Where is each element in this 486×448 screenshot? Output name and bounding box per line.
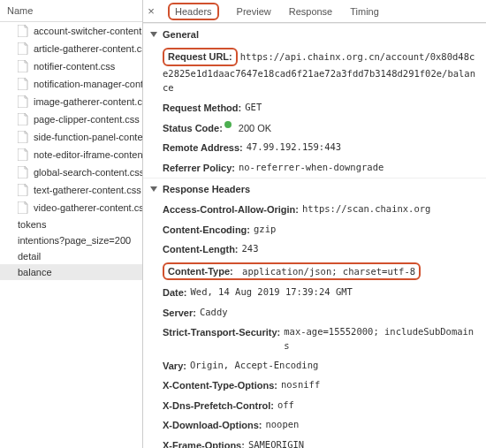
sidebar-item[interactable]: notification-manager-content.... — [0, 75, 142, 93]
sidebar-item-label: text-gatherer-content.css — [34, 185, 141, 195]
sidebar-item[interactable]: notifier-content.css — [0, 57, 142, 75]
response-header-row: X-Dns-Prefetch-Control:off — [143, 396, 486, 416]
tab-response[interactable]: Response — [280, 3, 342, 20]
file-icon — [18, 148, 28, 161]
file-icon — [18, 78, 28, 90]
section-title: Response Headers — [163, 184, 250, 194]
sidebar-item-label: global-search-content.css — [34, 167, 142, 178]
close-icon[interactable]: × — [143, 4, 159, 18]
sidebar-item[interactable]: detail — [0, 248, 142, 264]
sidebar-header-name[interactable]: Name — [0, 0, 142, 22]
sidebar-item[interactable]: side-function-panel-content.css — [0, 128, 142, 146]
sidebar-item-label: account-switcher-content.css — [34, 26, 142, 36]
file-icon — [18, 131, 28, 143]
section-title: General — [163, 29, 199, 40]
sidebar-item[interactable]: balance — [0, 264, 142, 280]
request-list-sidebar: Name account-switcher-content.cssarticle… — [0, 0, 143, 448]
details-panel: × HeadersPreviewResponseTiming General R… — [143, 0, 486, 448]
row-status-code: Status Code: 200 OK — [143, 118, 486, 139]
sidebar-item-label: note-editor-iframe-content.css — [34, 149, 142, 160]
file-icon — [18, 184, 28, 196]
sidebar-item[interactable]: image-gatherer-content.css — [0, 93, 142, 110]
tab-headers[interactable]: Headers — [159, 3, 228, 20]
section-header-response[interactable]: Response Headers — [143, 178, 486, 200]
row-referrer-policy: Referrer Policy: no-referrer-when-downgr… — [143, 158, 486, 178]
sidebar-item-label: side-function-panel-content.css — [34, 132, 142, 142]
sidebar-item-label: notification-manager-content.... — [34, 79, 142, 89]
sidebar-item[interactable]: page-clipper-content.css — [0, 110, 142, 128]
sidebar-item[interactable]: text-gatherer-content.css — [0, 181, 142, 199]
chevron-down-icon — [150, 32, 157, 37]
sidebar-item-label: image-gatherer-content.css — [34, 96, 142, 107]
sidebar-item-label: page-clipper-content.css — [34, 114, 140, 125]
response-header-row: Content-Type: application/json; charset=… — [143, 260, 486, 284]
tab-preview[interactable]: Preview — [228, 3, 280, 20]
sidebar-item-label: balance — [18, 267, 52, 277]
response-header-row: Content-Encoding:gzip — [143, 220, 486, 240]
request-url-key-highlight: Request URL: — [163, 48, 238, 66]
sidebar-item[interactable]: global-search-content.css — [0, 163, 142, 181]
section-response-headers: Response Headers Access-Control-Allow-Or… — [143, 178, 486, 448]
response-header-row: Strict-Transport-Security:max-age=155520… — [143, 323, 486, 356]
sidebar-item[interactable]: video-gatherer-content.css — [0, 199, 142, 216]
response-header-row: X-Content-Type-Options:nosniff — [143, 376, 486, 396]
response-header-row: Access-Control-Allow-Origin:https://scan… — [143, 200, 486, 220]
sidebar-item-label: article-gatherer-content.css — [34, 43, 142, 54]
response-header-row: Vary:Origin, Accept-Encoding — [143, 356, 486, 376]
sidebar-item[interactable]: account-switcher-content.css — [0, 22, 142, 40]
section-general: General Request URL: https://api.chainx.… — [143, 23, 486, 178]
tabs-bar: × HeadersPreviewResponseTiming — [143, 0, 486, 23]
response-header-row: X-Download-Options:noopen — [143, 415, 486, 436]
sidebar-item[interactable]: intentions?page_size=200 — [0, 232, 142, 248]
file-icon — [18, 113, 28, 125]
sidebar-item-label: intentions?page_size=200 — [18, 235, 131, 246]
file-icon — [18, 42, 28, 55]
sidebar-item-label: notifier-content.css — [34, 61, 115, 72]
file-icon — [18, 166, 28, 178]
sidebar-item[interactable]: note-editor-iframe-content.css — [0, 146, 142, 163]
content-type-highlight: Content-Type: application/json; charset=… — [163, 262, 421, 281]
file-icon — [18, 95, 28, 108]
status-dot-icon — [224, 121, 232, 128]
tab-timing[interactable]: Timing — [341, 3, 388, 20]
sidebar-item[interactable]: article-gatherer-content.css — [0, 40, 142, 57]
section-header-general[interactable]: General — [143, 24, 486, 45]
file-icon — [18, 60, 28, 72]
row-request-method: Request Method: GET — [143, 98, 486, 118]
sidebar-item-label: detail — [18, 251, 41, 262]
response-header-row: Date:Wed, 14 Aug 2019 17:39:24 GMT — [143, 283, 486, 303]
sidebar-item[interactable]: tokens — [0, 216, 142, 232]
sidebar-item-label: tokens — [18, 219, 46, 230]
chevron-down-icon — [150, 186, 157, 192]
sidebar-item-label: video-gatherer-content.css — [34, 202, 142, 213]
response-header-row: X-Frame-Options:SAMEORIGIN — [143, 436, 486, 448]
row-request-url: Request URL: https://api.chainx.org.cn/a… — [143, 45, 486, 98]
file-icon — [18, 25, 28, 37]
response-header-row: Server:Caddy — [143, 303, 486, 323]
response-header-row: Content-Length:243 — [143, 239, 486, 260]
file-icon — [18, 201, 28, 214]
row-remote-address: Remote Address: 47.99.192.159:443 — [143, 138, 486, 158]
